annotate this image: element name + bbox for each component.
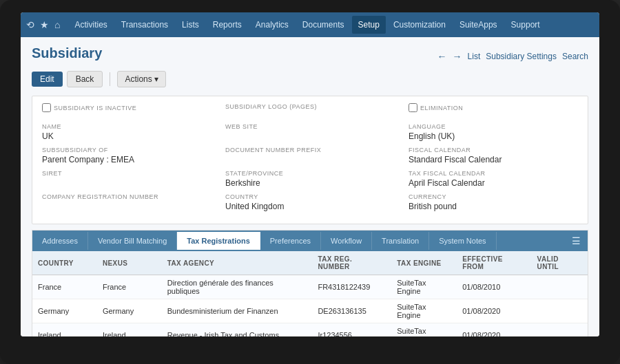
subsidiary-inactive-checkbox[interactable] xyxy=(42,103,51,112)
language-col: LANGUAGE English (UK) xyxy=(409,123,578,141)
content-area: Subsidiary ← → List Subsidiary Settings … xyxy=(21,37,599,336)
tax-agency-link[interactable]: Bundesministerium der Finanzen xyxy=(162,299,313,323)
table-row: GermanyGermanyBundesministerium der Fina… xyxy=(32,299,588,323)
fiscal-cal-value: Standard Fiscal Calendar xyxy=(409,155,502,164)
top-right-nav: ← → List Subsidiary Settings Search xyxy=(437,51,588,62)
subsidiary-inactive-check: SUBSIDIARY IS INACTIVE xyxy=(42,103,211,112)
back-button[interactable]: Back xyxy=(67,71,103,87)
next-arrow[interactable]: → xyxy=(453,51,462,62)
form-row-4: SIRET STATE/PROVINCE Berkshire TAX FISCA… xyxy=(42,170,578,188)
list-link[interactable]: List xyxy=(468,52,481,61)
tab-vendor-bill[interactable]: Vendor Bill Matching xyxy=(88,232,177,250)
page-title: Subsidiary xyxy=(32,45,102,61)
col-tax-agency: TAX AGENCY xyxy=(162,251,313,275)
logo-label: SUBSIDIARY LOGO (PAGES) xyxy=(225,103,395,110)
nav-suiteapps[interactable]: SuiteApps xyxy=(453,16,504,34)
prev-arrow[interactable]: ← xyxy=(437,51,447,62)
nav-support[interactable]: Support xyxy=(505,16,546,34)
form-row-1: SUBSIDIARY IS INACTIVE SUBSIDIARY LOGO (… xyxy=(42,103,578,118)
name-label: NAME xyxy=(42,123,211,130)
actions-bar: Edit Back Actions ▾ xyxy=(32,71,588,87)
nav-icons: ⟲ ★ ⌂ xyxy=(26,19,60,30)
comp-reg-col: COMPANY REGISTRATION NUMBER xyxy=(42,193,211,211)
country-label: COUNTRY xyxy=(225,193,395,200)
state-value: Berkshire xyxy=(225,178,260,188)
currency-value: British pound xyxy=(409,202,457,211)
tab-addresses[interactable]: Addresses xyxy=(32,232,88,250)
tab-translation[interactable]: Translation xyxy=(372,232,429,250)
siret-label: SIRET xyxy=(42,170,211,177)
tax-fiscal-col: TAX FISCAL CALENDAR April Fiscal Calenda… xyxy=(409,170,578,188)
name-value: UK xyxy=(42,131,54,141)
tab-workflow[interactable]: Workflow xyxy=(321,232,372,250)
nav-reports[interactable]: Reports xyxy=(207,16,248,34)
subsidiary-of-col: SUBSUBSIDIARY OF Parent Company : EMEA xyxy=(42,147,211,164)
tax-table: COUNTRY NEXUS TAX AGENCY TAX REG. NUMBER… xyxy=(32,251,588,336)
tab-tax-registrations[interactable]: Tax Registrations xyxy=(177,232,260,250)
actions-button[interactable]: Actions ▾ xyxy=(117,71,166,87)
form-row-5: COMPANY REGISTRATION NUMBER COUNTRY Unit… xyxy=(42,193,578,211)
tab-system-notes[interactable]: System Notes xyxy=(429,232,496,250)
country-col: COUNTRY United Kingdom xyxy=(225,193,395,211)
col-valid-until: VALID UNTIL xyxy=(532,251,588,275)
nav-customization[interactable]: Customization xyxy=(387,16,452,34)
edit-button[interactable]: Edit xyxy=(32,72,63,87)
nav-setup[interactable]: Setup xyxy=(352,16,386,34)
nav-menu: Activities Transactions Lists Reports An… xyxy=(68,16,594,34)
subsidiary-of-value: Parent Company : EMEA xyxy=(42,155,134,164)
top-nav: ⟲ ★ ⌂ Activities Transactions Lists Repo… xyxy=(21,12,599,37)
language-value: English (UK) xyxy=(409,131,455,141)
tab-preferences[interactable]: Preferences xyxy=(260,232,321,250)
website-col: WEB SITE xyxy=(225,123,395,141)
history-icon[interactable]: ⟲ xyxy=(26,19,34,30)
website-label: WEB SITE xyxy=(225,123,395,130)
tabs-container: Addresses Vendor Bill Matching Tax Regis… xyxy=(32,230,588,336)
tax-fiscal-value: April Fiscal Calendar xyxy=(409,178,485,188)
table-row: FranceFranceDirection générale des finan… xyxy=(32,275,588,299)
nav-lists[interactable]: Lists xyxy=(176,16,205,34)
currency-label: CURRENCY xyxy=(409,193,578,200)
form-row-3: SUBSUBSIDIARY OF Parent Company : EMEA D… xyxy=(42,147,578,164)
elimination-label: ELIMINATION xyxy=(420,105,463,111)
state-label: STATE/PROVINCE xyxy=(225,170,395,177)
subsidiary-inactive-label: SUBSIDIARY IS INACTIVE xyxy=(54,105,136,111)
col-effective-from: EFFECTIVE FROM xyxy=(457,251,531,275)
country-value: United Kingdom xyxy=(225,202,284,211)
form-row-2: NAME UK WEB SITE LANGUAGE English (UK) xyxy=(42,123,578,141)
fiscal-cal-label: FISCAL CALENDAR xyxy=(409,147,578,153)
subsidiary-settings-link[interactable]: Subsidiary Settings xyxy=(486,52,557,61)
table-row: IrelandIrelandRevenue - Irish Tax and Cu… xyxy=(32,323,588,337)
tax-agency-link[interactable]: Revenue - Irish Tax and Customs xyxy=(162,323,313,337)
language-label: LANGUAGE xyxy=(409,123,578,130)
state-col: STATE/PROVINCE Berkshire xyxy=(225,170,395,188)
doc-num-label: DOCUMENT NUMBER PREFIX xyxy=(225,147,395,153)
subsidiary-of-label: SUBSUBSIDIARY OF xyxy=(42,147,211,153)
form-section: SUBSIDIARY IS INACTIVE SUBSIDIARY LOGO (… xyxy=(32,96,588,224)
comp-reg-label: COMPANY REGISTRATION NUMBER xyxy=(42,193,211,200)
subsidiary-inactive-col: SUBSIDIARY IS INACTIVE xyxy=(42,103,211,118)
laptop-frame: ⟲ ★ ⌂ Activities Transactions Lists Repo… xyxy=(0,0,620,364)
col-nexus: NEXUS xyxy=(97,251,162,275)
nav-analytics[interactable]: Analytics xyxy=(249,16,295,34)
fiscal-cal-col: FISCAL CALENDAR Standard Fiscal Calendar xyxy=(409,147,578,164)
elimination-check: ELIMINATION xyxy=(409,103,578,112)
siret-col: SIRET xyxy=(42,170,211,188)
doc-num-col: DOCUMENT NUMBER PREFIX xyxy=(225,147,395,164)
tab-menu-icon[interactable]: ☰ xyxy=(565,231,588,251)
col-tax-reg: TAX REG. NUMBER xyxy=(312,251,391,275)
currency-col: CURRENCY British pound xyxy=(409,193,578,211)
tabs-header: Addresses Vendor Bill Matching Tax Regis… xyxy=(32,231,588,251)
table-header-row: COUNTRY NEXUS TAX AGENCY TAX REG. NUMBER… xyxy=(32,251,588,275)
search-link[interactable]: Search xyxy=(562,52,588,61)
col-tax-engine: TAX ENGINE xyxy=(391,251,457,275)
home-icon[interactable]: ⌂ xyxy=(54,19,60,30)
name-col: NAME UK xyxy=(42,123,211,141)
nav-transactions[interactable]: Transactions xyxy=(115,16,174,34)
tax-fiscal-label: TAX FISCAL CALENDAR xyxy=(409,170,578,177)
nav-activities[interactable]: Activities xyxy=(68,16,113,34)
star-icon[interactable]: ★ xyxy=(40,19,49,30)
elimination-checkbox[interactable] xyxy=(409,103,417,112)
elimination-col: ELIMINATION xyxy=(409,103,578,118)
tax-agency-link[interactable]: Direction générale des finances publique… xyxy=(162,275,313,299)
nav-documents[interactable]: Documents xyxy=(296,16,351,34)
